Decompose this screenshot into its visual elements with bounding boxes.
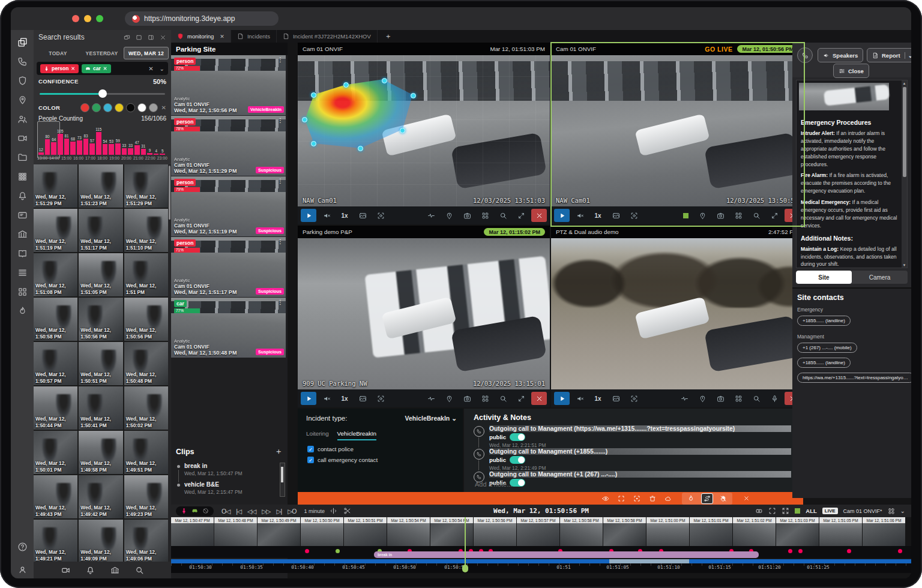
search-thumbnail[interactable]: Wed, Mar 12,1:51:29 PM — [124, 164, 168, 208]
incident-type-dropdown[interactable]: VehicleBreakIn ⌄ — [405, 415, 457, 422]
search-thumbnail[interactable]: Wed, Mar 12,1:49:42 PM — [79, 475, 122, 518]
footer-search-icon[interactable] — [135, 566, 144, 575]
timeline-thumbnail[interactable]: Mar 12, 1:50:54 PM — [387, 517, 430, 546]
prev-frame-button[interactable]: |◁ — [236, 508, 241, 515]
search-button[interactable] — [495, 209, 511, 222]
new-tab-button[interactable]: ＋ — [378, 30, 399, 43]
sidebar-grid3-icon[interactable] — [17, 172, 28, 182]
timeline-thumbnail[interactable]: Mar 12, 1:50:57 PM — [517, 517, 559, 546]
go-live-button[interactable]: GO LIVE — [705, 46, 732, 53]
search-thumbnail[interactable]: Wed, Mar 12,1:49:21 PM — [34, 520, 77, 563]
search-thumbnail[interactable]: Wed, Mar 12,1:51 PM — [124, 253, 168, 296]
camera-tile-4[interactable]: PTZ & Dual audio demo2:47:52 PM1x — [551, 226, 803, 407]
search-thumbnail[interactable]: Wed, Mar 12,1:51:05 PM — [79, 253, 122, 296]
timeline-thumbnail[interactable]: Mar 12, 1:51:01 PM — [690, 517, 732, 546]
play-button[interactable] — [554, 209, 570, 222]
timeline-thumbnails[interactable]: Mar 12, 1:50:47 PMMar 12, 1:50:48 PMMar … — [171, 517, 911, 546]
sidebar-folder-icon[interactable] — [17, 152, 28, 163]
histogram-bar[interactable]: 105 — [58, 134, 63, 155]
live-badge[interactable]: LIVE — [822, 508, 838, 514]
event-card[interactable]: person78%AnalyticCam 01 ONVIFWed, Mar 12… — [171, 116, 286, 176]
camera-button[interactable] — [459, 392, 475, 405]
pinmark-button[interactable] — [441, 209, 457, 222]
event-dot[interactable] — [798, 549, 803, 553]
card-menu-icon[interactable]: ⋮ — [277, 56, 283, 63]
timeline-thumbnail[interactable]: Mar 12, 1:50:58 PM — [560, 517, 603, 546]
heatmap-handle[interactable] — [311, 92, 316, 98]
sidebar-copy-icon[interactable] — [17, 37, 28, 47]
panel-sidepanel-icon[interactable] — [148, 34, 154, 41]
color-dot-6[interactable] — [149, 103, 158, 112]
speed-button[interactable]: 1x — [337, 392, 352, 405]
zoomframe-button[interactable] — [626, 392, 642, 405]
date-tab-yesterday[interactable]: YESTERDAY — [80, 47, 124, 59]
search-thumbnail[interactable]: Wed, Mar 12,1:50:41 PM — [79, 386, 122, 430]
color-dot-0[interactable] — [80, 103, 89, 112]
search-thumbnail[interactable]: Wed, Mar 12,1:51:29 PM — [34, 164, 77, 208]
alert-hand-button[interactable] — [718, 494, 729, 503]
tab-camera[interactable]: Camera — [852, 271, 908, 284]
clip-item[interactable]: vehicle B&EWed, Mar 12, 2:15:47 PM — [176, 481, 279, 495]
color-dot-5[interactable] — [137, 103, 146, 112]
expand-filters-icon[interactable]: ⌄ — [160, 65, 164, 72]
timeline-thumbnail[interactable]: Mar 12, 1:50:58 PM — [603, 517, 646, 546]
expand4-icon[interactable] — [782, 507, 789, 515]
timeline-thumbnail[interactable]: Mar 12, 1:50:54 PM — [430, 517, 473, 546]
search-thumbnail[interactable]: Wed, Mar 12,1:51:10 PM — [124, 209, 168, 252]
search-thumbnail[interactable]: Wed, Mar 12,1:49:09 PM — [79, 520, 122, 563]
panel-maximize-icon[interactable] — [136, 34, 142, 41]
interval-label[interactable]: 1 minute — [304, 508, 325, 514]
alert-close-button[interactable] — [741, 494, 752, 503]
tab-monitoring[interactable]: monitoring✕ — [171, 30, 231, 43]
search-thumbnail[interactable]: Wed, Mar 12,1:51:19 PM — [34, 209, 77, 252]
report-button[interactable]: Report⌄ — [867, 48, 911, 62]
speed-button[interactable]: 1x — [337, 209, 352, 222]
search-thumbnail[interactable]: Wed, Mar 12,1:50:56 PM — [124, 298, 168, 341]
timeline-thumbnail[interactable]: Mar 12, 1:51:06 PM — [863, 517, 905, 546]
heatmap-handle[interactable] — [358, 146, 363, 151]
clip-item[interactable]: break inWed, Mar 12, 1:50:47 PM — [176, 463, 279, 476]
timeline-thumbnail[interactable]: Mar 12, 1:50:50 PM — [301, 517, 343, 546]
event-card[interactable]: car77%AnalyticCam 01 ONVIFWed, Mar 12, 1… — [171, 298, 286, 358]
histogram-bar[interactable]: 57 — [89, 143, 95, 155]
search-thumbnail[interactable]: Wed, Mar 12,1:50:57 PM — [34, 342, 77, 385]
contact-pill[interactable]: +1855...... (landline) — [797, 358, 851, 368]
date-tab-wed-mar-12[interactable]: WED, MAR 12 — [124, 47, 169, 59]
search-thumbnail[interactable]: Wed, Mar 12,1:49:58 PM — [79, 431, 122, 474]
footer-bank-icon[interactable] — [110, 566, 119, 575]
histogram-bar[interactable]: 68 — [70, 142, 76, 155]
grid4-button[interactable] — [477, 392, 493, 405]
search-thumbnail[interactable]: Wed, Mar 12,1:50:56 PM — [79, 298, 122, 341]
expand-button[interactable] — [767, 209, 782, 222]
clips-scrollbar[interactable] — [280, 463, 285, 497]
histogram-bar[interactable]: 33 — [128, 148, 133, 155]
panel-cascade-icon[interactable] — [124, 34, 130, 41]
address-bar[interactable]: https://monitoring.3deye.app — [125, 11, 279, 26]
histogram-bar[interactable]: 47 — [134, 145, 140, 155]
histogram-bar[interactable]: 5 — [160, 154, 165, 155]
card-menu-icon[interactable]: ⋮ — [277, 299, 283, 305]
next-frame-button[interactable]: ▷| — [276, 508, 282, 515]
sidebar-flame-icon[interactable] — [17, 306, 28, 316]
timeline-car-icon[interactable] — [191, 508, 198, 514]
search-thumbnail[interactable]: Wed, Mar 12,1:49:23 PM — [124, 475, 168, 518]
event-card[interactable]: person71%AnalyticCam 01 ONVIFWed, Mar 12… — [171, 237, 286, 297]
people-counting-histogram[interactable]: 128064105816873835711554535933334731945 — [38, 125, 165, 155]
search-thumbnail[interactable]: Wed, Mar 12,1:49:43 PM — [34, 475, 77, 518]
color-dot-3[interactable] — [115, 103, 124, 112]
footer-bell-icon[interactable] — [86, 566, 95, 575]
speakers-button[interactable]: Speakers — [818, 48, 863, 62]
snapshot-button[interactable] — [355, 209, 370, 222]
date-tab-today[interactable]: TODAY — [36, 47, 80, 59]
camera-button[interactable] — [459, 209, 475, 222]
expand-button[interactable] — [513, 209, 529, 222]
sidebar-bell-icon[interactable] — [17, 191, 28, 201]
timeline-thumbnail[interactable]: Mar 12, 1:51:03 PM — [776, 517, 819, 546]
close-button[interactable] — [531, 209, 547, 222]
mute-button[interactable] — [319, 209, 334, 222]
close-incident-button[interactable]: Close — [833, 64, 869, 78]
zoomframe-button[interactable] — [626, 209, 642, 222]
histogram-bar[interactable]: 33 — [122, 148, 127, 155]
histogram-bar[interactable]: 31 — [141, 149, 146, 155]
add-clip-button[interactable]: ＋ — [274, 446, 283, 457]
